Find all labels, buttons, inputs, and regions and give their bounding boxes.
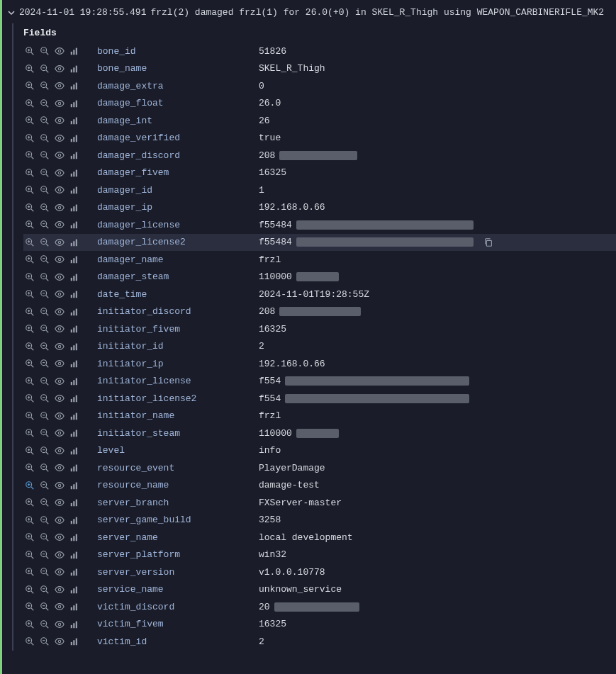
eye-icon[interactable] — [55, 254, 65, 264]
field-row[interactable]: damage_verifiedtrue — [23, 130, 616, 147]
bar-chart-icon[interactable] — [69, 133, 79, 143]
zoom-in-icon[interactable] — [25, 150, 35, 160]
zoom-out-icon[interactable] — [40, 64, 50, 74]
bar-chart-icon[interactable] — [69, 481, 79, 490]
bar-chart-icon[interactable] — [69, 342, 79, 352]
zoom-out-icon[interactable] — [40, 550, 50, 560]
eye-icon[interactable] — [55, 342, 65, 352]
eye-icon[interactable] — [55, 376, 65, 386]
eye-icon[interactable] — [55, 46, 65, 56]
bar-chart-icon[interactable] — [69, 393, 79, 403]
bar-chart-icon[interactable] — [69, 324, 79, 334]
bar-chart-icon[interactable] — [69, 359, 79, 369]
eye-icon[interactable] — [55, 411, 65, 421]
bar-chart-icon[interactable] — [69, 619, 79, 629]
bar-chart-icon[interactable] — [69, 567, 79, 577]
zoom-in-icon[interactable] — [25, 116, 35, 125]
zoom-in-icon[interactable] — [25, 636, 35, 646]
field-row[interactable]: server_platformwin32 — [23, 546, 616, 564]
zoom-out-icon[interactable] — [40, 203, 50, 213]
bar-chart-icon[interactable] — [69, 203, 79, 213]
eye-icon[interactable] — [55, 116, 65, 125]
zoom-out-icon[interactable] — [40, 515, 50, 525]
field-row[interactable]: initiator_namefrzl — [23, 408, 616, 425]
field-row[interactable]: service_nameunknown_service — [23, 581, 616, 599]
zoom-in-icon[interactable] — [25, 220, 35, 230]
zoom-out-icon[interactable] — [40, 481, 50, 490]
zoom-out-icon[interactable] — [40, 237, 50, 247]
eye-icon[interactable] — [55, 636, 65, 646]
zoom-out-icon[interactable] — [40, 46, 50, 56]
zoom-in-icon[interactable] — [25, 463, 35, 473]
bar-chart-icon[interactable] — [69, 428, 79, 438]
zoom-in-icon[interactable] — [25, 289, 35, 299]
field-row[interactable]: bone_nameSKEL_R_Thigh — [23, 60, 616, 78]
zoom-in-icon[interactable] — [25, 342, 35, 352]
zoom-in-icon[interactable] — [25, 237, 35, 247]
field-row[interactable]: victim_fivem16325 — [23, 616, 616, 634]
eye-icon[interactable] — [55, 81, 65, 91]
zoom-in-icon[interactable] — [25, 99, 35, 108]
zoom-out-icon[interactable] — [40, 324, 50, 334]
bar-chart-icon[interactable] — [69, 81, 79, 91]
zoom-in-icon[interactable] — [25, 81, 35, 91]
zoom-in-icon[interactable] — [25, 550, 35, 560]
eye-icon[interactable] — [55, 64, 65, 74]
bar-chart-icon[interactable] — [69, 237, 79, 247]
bar-chart-icon[interactable] — [69, 532, 79, 542]
eye-icon[interactable] — [55, 168, 65, 178]
bar-chart-icon[interactable] — [69, 376, 79, 386]
zoom-in-icon[interactable] — [25, 324, 35, 334]
field-row[interactable]: resource_eventPlayerDamage — [23, 459, 616, 477]
eye-icon[interactable] — [55, 237, 65, 247]
zoom-out-icon[interactable] — [40, 376, 50, 386]
zoom-out-icon[interactable] — [40, 532, 50, 542]
field-row[interactable]: victim_id2 — [23, 633, 616, 651]
bar-chart-icon[interactable] — [69, 185, 79, 195]
zoom-in-icon[interactable] — [25, 602, 35, 612]
field-row[interactable]: initiator_id2 — [23, 338, 616, 356]
zoom-in-icon[interactable] — [25, 133, 35, 143]
field-row[interactable]: initiator_fivem16325 — [23, 320, 616, 338]
bar-chart-icon[interactable] — [69, 307, 79, 317]
zoom-in-icon[interactable] — [25, 64, 35, 74]
field-row[interactable]: damage_int26 — [23, 112, 616, 130]
zoom-in-icon[interactable] — [25, 185, 35, 195]
eye-icon[interactable] — [55, 428, 65, 438]
field-row[interactable]: server_namelocal development — [23, 529, 616, 546]
bar-chart-icon[interactable] — [69, 220, 79, 230]
eye-icon[interactable] — [55, 498, 65, 507]
eye-icon[interactable] — [55, 393, 65, 403]
eye-icon[interactable] — [55, 532, 65, 542]
bar-chart-icon[interactable] — [69, 498, 79, 507]
field-row[interactable]: initiator_licensef554 — [23, 373, 616, 391]
zoom-in-icon[interactable] — [25, 46, 35, 56]
eye-icon[interactable] — [55, 619, 65, 629]
field-row[interactable]: damager_id1 — [23, 181, 616, 199]
zoom-out-icon[interactable] — [40, 133, 50, 143]
zoom-out-icon[interactable] — [40, 272, 50, 282]
zoom-out-icon[interactable] — [40, 307, 50, 317]
zoom-out-icon[interactable] — [40, 393, 50, 403]
bar-chart-icon[interactable] — [69, 446, 79, 456]
zoom-in-icon[interactable] — [25, 254, 35, 264]
copy-icon[interactable] — [483, 237, 493, 247]
bar-chart-icon[interactable] — [69, 463, 79, 473]
bar-chart-icon[interactable] — [69, 46, 79, 56]
zoom-out-icon[interactable] — [40, 150, 50, 160]
eye-icon[interactable] — [55, 99, 65, 108]
zoom-in-icon[interactable] — [25, 411, 35, 421]
field-row[interactable]: damager_licensef55484 — [23, 216, 616, 234]
zoom-out-icon[interactable] — [40, 342, 50, 352]
zoom-out-icon[interactable] — [40, 116, 50, 125]
field-row[interactable]: damager_namefrzl — [23, 251, 616, 269]
bar-chart-icon[interactable] — [69, 168, 79, 178]
zoom-in-icon[interactable] — [25, 168, 35, 178]
eye-icon[interactable] — [55, 585, 65, 595]
eye-icon[interactable] — [55, 307, 65, 317]
field-row[interactable]: initiator_ip192.168.0.66 — [23, 355, 616, 373]
chevron-down-icon[interactable] — [8, 9, 15, 16]
eye-icon[interactable] — [55, 567, 65, 577]
field-row[interactable]: initiator_license2f554 — [23, 390, 616, 408]
eye-icon[interactable] — [55, 272, 65, 282]
